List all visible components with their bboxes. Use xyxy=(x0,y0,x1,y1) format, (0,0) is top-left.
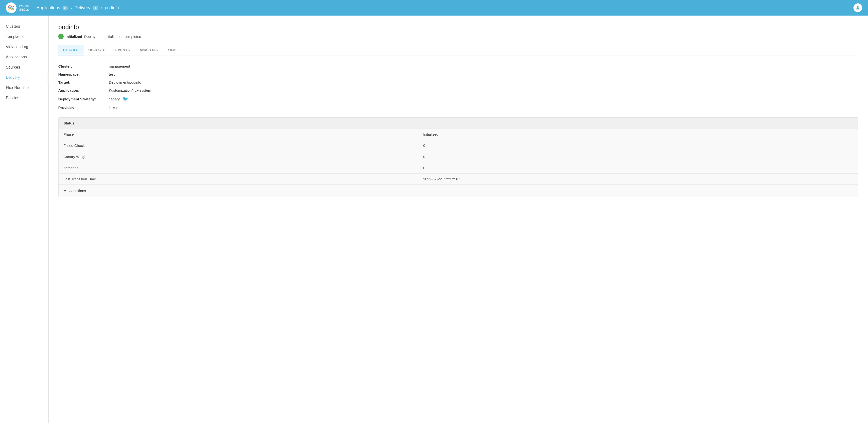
last-transition-value: 2022-07-22T12:37:58Z xyxy=(418,174,858,185)
detail-deployment-strategy: Deployment Strategy: canary 🐦 xyxy=(58,94,858,104)
tab-analysis[interactable]: ANALYSIS xyxy=(135,45,163,55)
sidebar-item-delivery[interactable]: Delivery xyxy=(0,73,48,83)
table-row: Phase Initialized xyxy=(59,129,858,140)
failed-checks-label: Failed Checks xyxy=(59,140,418,151)
detail-application: Application: Kustomization/flux-system xyxy=(58,86,858,94)
conditions-label: Conditions xyxy=(69,189,86,193)
iterations-label: Iterations xyxy=(59,162,418,174)
status-row: ✓ Initialized Deployment initialization … xyxy=(58,34,858,39)
sidebar-item-violation-log[interactable]: Violation Log xyxy=(0,42,48,52)
phase-value: Initialized xyxy=(418,129,858,140)
status-description: Deployment initialization completed. xyxy=(84,34,142,39)
canary-weight-value: 0 xyxy=(418,151,858,162)
table-row: Failed Checks 0 xyxy=(59,140,858,151)
sidebar-item-flux-runtime[interactable]: Flux Runtime xyxy=(0,83,48,93)
breadcrumb-sep-2: › xyxy=(101,5,102,11)
topnav-right xyxy=(854,3,862,12)
status-check-icon: ✓ xyxy=(58,34,64,39)
status-section: Status Phase Initialized Failed Checks 0… xyxy=(58,117,858,197)
detail-namespace: Namespace: test xyxy=(58,70,858,78)
last-transition-label: Last Transition Time xyxy=(59,174,418,185)
conditions-row[interactable]: ▼ Conditions xyxy=(59,185,858,197)
brand-name: Weave GitOps xyxy=(19,4,29,11)
user-avatar[interactable] xyxy=(854,3,862,12)
status-section-header: Status xyxy=(59,118,858,129)
canary-weight-label: Canary Weight xyxy=(59,151,418,162)
status-label: Initialized xyxy=(66,34,82,39)
applications-badge: 8 xyxy=(62,6,68,10)
sidebar-item-templates[interactable]: Templates xyxy=(0,32,48,42)
sidebar-item-sources[interactable]: Sources xyxy=(0,62,48,73)
page-title: podinfo xyxy=(58,23,858,31)
detail-target: Target: Deployment/podinfo xyxy=(58,78,858,86)
sidebar-item-clusters[interactable]: Clusters xyxy=(0,21,48,32)
tab-details[interactable]: DETAILS xyxy=(58,45,84,55)
main-layout: Clusters Templates Violation Log Applica… xyxy=(0,16,868,423)
status-table: Phase Initialized Failed Checks 0 Canary… xyxy=(59,129,858,185)
topnav: Weave GitOps Applications 8 › Delivery 1… xyxy=(0,0,868,16)
tab-yaml[interactable]: YAML xyxy=(163,45,182,55)
iterations-value: 0 xyxy=(418,162,858,174)
tab-objects[interactable]: OBJECTS xyxy=(84,45,111,55)
detail-provider: Provider: linkerd xyxy=(58,104,858,112)
detail-cluster: Cluster: management xyxy=(58,62,858,70)
table-row: Iterations 0 xyxy=(59,162,858,174)
details-section: Cluster: management Namespace: test Targ… xyxy=(58,62,858,112)
canary-bird-icon: 🐦 xyxy=(123,96,128,102)
tab-events[interactable]: EVENTS xyxy=(111,45,135,55)
breadcrumb-sep-1: › xyxy=(70,5,72,11)
logo-area[interactable]: Weave GitOps xyxy=(6,2,29,13)
table-row: Last Transition Time 2022-07-22T12:37:58… xyxy=(59,174,858,185)
breadcrumb: Applications 8 › Delivery 1 › podinfo xyxy=(36,5,119,11)
main-content: podinfo ✓ Initialized Deployment initial… xyxy=(49,16,868,423)
sidebar: Clusters Templates Violation Log Applica… xyxy=(0,16,49,423)
chevron-down-icon: ▼ xyxy=(63,189,67,193)
table-row: Canary Weight 0 xyxy=(59,151,858,162)
phase-label: Phase xyxy=(59,129,418,140)
breadcrumb-applications[interactable]: Applications 8 xyxy=(36,5,68,10)
detail-tabs: DETAILS OBJECTS EVENTS ANALYSIS YAML xyxy=(58,45,858,55)
delivery-badge: 1 xyxy=(93,6,98,10)
svg-point-1 xyxy=(857,6,859,8)
failed-checks-value: 0 xyxy=(418,140,858,151)
breadcrumb-podinfo: podinfo xyxy=(105,5,119,10)
sidebar-item-policies[interactable]: Policies xyxy=(0,93,48,103)
breadcrumb-delivery[interactable]: Delivery 1 xyxy=(74,5,98,10)
sidebar-item-applications[interactable]: Applications xyxy=(0,52,48,62)
logo-icon xyxy=(6,2,17,13)
